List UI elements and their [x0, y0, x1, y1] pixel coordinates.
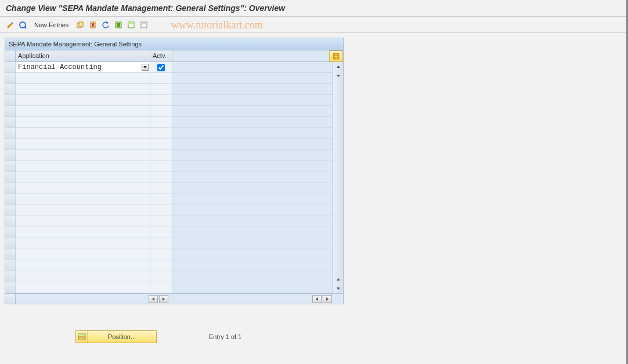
- scroll-up-icon[interactable]: [334, 275, 343, 284]
- grid-footer: [5, 293, 343, 304]
- actv-cell[interactable]: [150, 73, 172, 84]
- scroll-up-icon[interactable]: [334, 62, 343, 71]
- row-selector[interactable]: [5, 128, 16, 139]
- row-selector[interactable]: [5, 260, 16, 271]
- application-cell[interactable]: [16, 73, 150, 84]
- actv-cell[interactable]: [150, 227, 172, 238]
- actv-cell[interactable]: [150, 128, 172, 139]
- row-selector[interactable]: [5, 216, 16, 227]
- actv-cell[interactable]: [150, 95, 172, 106]
- table-settings-icon[interactable]: [329, 50, 343, 62]
- row-selector[interactable]: [5, 282, 16, 293]
- actv-cell[interactable]: [150, 62, 172, 73]
- table-row: [5, 249, 343, 260]
- actv-cell[interactable]: [150, 183, 172, 194]
- position-button[interactable]: Position...: [75, 330, 157, 343]
- actv-cell[interactable]: [150, 161, 172, 172]
- row-selector[interactable]: [5, 73, 16, 84]
- header-filler: [172, 50, 329, 62]
- row-selector[interactable]: [5, 172, 16, 183]
- page-title: Change View "SEPA Mandate Management: Ge…: [0, 0, 628, 17]
- actv-cell[interactable]: [150, 282, 172, 293]
- svg-rect-12: [142, 23, 146, 24]
- scroll-down-icon[interactable]: [334, 284, 343, 293]
- row-selector[interactable]: [5, 161, 16, 172]
- application-cell[interactable]: Financial Accounting: [16, 62, 150, 73]
- actv-cell[interactable]: [150, 150, 172, 161]
- column-header-application[interactable]: Application: [16, 50, 150, 62]
- application-cell[interactable]: [16, 161, 150, 172]
- row-selector[interactable]: [5, 271, 16, 282]
- select-block-icon[interactable]: [126, 20, 136, 30]
- row-selector[interactable]: [5, 227, 16, 238]
- row-selector[interactable]: [5, 194, 16, 205]
- application-cell[interactable]: [16, 282, 150, 293]
- table-row: [5, 172, 343, 183]
- scroll-right-icon[interactable]: [323, 295, 332, 303]
- new-entries-button[interactable]: New Entries: [30, 19, 73, 31]
- deselect-all-icon[interactable]: [139, 20, 149, 30]
- row-selector[interactable]: [5, 84, 16, 95]
- row-selector[interactable]: [5, 95, 16, 106]
- actv-cell[interactable]: [150, 249, 172, 260]
- row-selector[interactable]: [5, 150, 16, 161]
- dropdown-icon[interactable]: [142, 64, 149, 71]
- actv-cell[interactable]: [150, 84, 172, 95]
- application-cell[interactable]: [16, 260, 150, 271]
- actv-cell[interactable]: [150, 271, 172, 282]
- row-selector-header[interactable]: [5, 50, 16, 62]
- svg-rect-8: [117, 23, 120, 27]
- actv-cell[interactable]: [150, 205, 172, 216]
- application-cell[interactable]: [16, 216, 150, 227]
- application-cell[interactable]: [16, 205, 150, 216]
- actv-cell[interactable]: [150, 216, 172, 227]
- scroll-right-icon[interactable]: [159, 295, 168, 303]
- application-cell[interactable]: [16, 95, 150, 106]
- cell-filler: [172, 172, 343, 183]
- application-cell[interactable]: [16, 238, 150, 249]
- cell-filler: [172, 216, 343, 227]
- actv-checkbox[interactable]: [157, 64, 165, 71]
- svg-rect-15: [337, 54, 338, 56]
- select-all-icon[interactable]: [113, 20, 124, 30]
- scroll-left-icon[interactable]: [149, 295, 158, 303]
- toggle-change-icon[interactable]: [5, 20, 15, 30]
- row-selector[interactable]: [5, 106, 16, 117]
- application-cell[interactable]: [16, 128, 150, 139]
- other-view-icon[interactable]: [17, 20, 28, 30]
- scroll-left-icon[interactable]: [312, 295, 322, 303]
- actv-cell[interactable]: [150, 106, 172, 117]
- row-selector[interactable]: [5, 249, 16, 260]
- footer-rowsel: [5, 294, 16, 304]
- undo-icon[interactable]: [100, 20, 111, 30]
- row-selector[interactable]: [5, 238, 16, 249]
- row-selector[interactable]: [5, 183, 16, 194]
- application-cell[interactable]: [16, 271, 150, 282]
- actv-cell[interactable]: [150, 172, 172, 183]
- application-cell[interactable]: [16, 227, 150, 238]
- row-selector[interactable]: [5, 62, 16, 73]
- application-cell[interactable]: [16, 84, 150, 95]
- actv-cell[interactable]: [150, 194, 172, 205]
- column-header-actv[interactable]: Actv.: [150, 50, 172, 62]
- row-selector[interactable]: [5, 139, 16, 150]
- application-cell[interactable]: [16, 117, 150, 128]
- row-selector[interactable]: [5, 117, 16, 128]
- application-cell[interactable]: [16, 194, 150, 205]
- scroll-down-icon[interactable]: [334, 71, 343, 81]
- application-cell[interactable]: [16, 172, 150, 183]
- actv-cell[interactable]: [150, 238, 172, 249]
- application-cell[interactable]: [16, 249, 150, 260]
- application-cell[interactable]: [16, 106, 150, 117]
- cell-filler: [172, 139, 343, 150]
- actv-cell[interactable]: [150, 260, 172, 271]
- vertical-scrollbar[interactable]: [333, 62, 343, 293]
- application-cell[interactable]: [16, 183, 150, 194]
- actv-cell[interactable]: [150, 117, 172, 128]
- application-cell[interactable]: [16, 150, 150, 161]
- row-selector[interactable]: [5, 205, 16, 216]
- actv-cell[interactable]: [150, 139, 172, 150]
- copy-icon[interactable]: [75, 20, 85, 30]
- delete-icon[interactable]: [88, 20, 98, 30]
- application-cell[interactable]: [16, 139, 150, 150]
